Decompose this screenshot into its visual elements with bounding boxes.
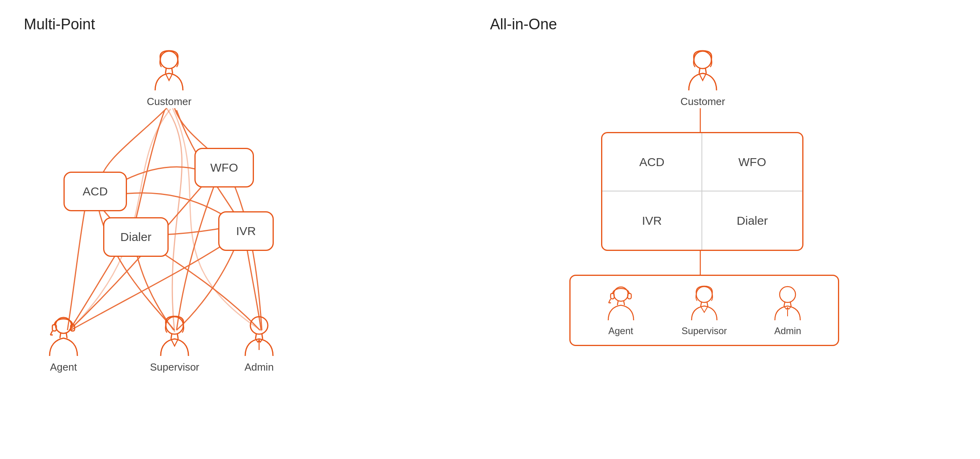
allinone-title: All-in-One [490,16,956,33]
allinone-admin: Admin [772,285,803,337]
svg-line-14 [256,334,256,339]
admin-icon [241,314,277,358]
svg-point-0 [160,51,178,69]
multipoint-acd-box: ACD [63,172,127,211]
svg-line-12 [177,334,178,339]
svg-line-15 [262,334,263,339]
multipoint-diagram: Customer ACD WFO Dialer IVR [24,41,490,437]
allinone-agent: Agent [605,285,637,337]
svg-point-19 [694,51,711,69]
aio-admin-icon [772,285,803,322]
svg-point-32 [780,287,796,302]
allinone-dialer-cell: Dialer [702,191,802,250]
svg-line-20 [699,68,700,73]
aio-customer-icon [685,49,721,92]
svg-line-21 [705,68,706,73]
svg-point-29 [696,287,712,302]
allinone-agents-box: Agent Supervisor [569,275,839,346]
multipoint-dialer-box: Dialer [103,217,169,257]
multipoint-panel: Multi-Point [24,16,490,443]
multipoint-wfo-box: WFO [194,148,254,187]
svg-line-25 [609,299,611,303]
multipoint-customer: Customer [147,49,192,108]
svg-point-10 [166,317,183,334]
svg-line-11 [171,334,172,339]
svg-line-27 [617,301,618,305]
svg-line-2 [172,68,173,73]
allinone-ivr-cell: IVR [602,191,702,250]
svg-line-9 [66,333,67,338]
multipoint-supervisor: Supervisor [150,314,199,373]
multipoint-agent: Agent [46,314,81,373]
svg-rect-4 [52,325,56,331]
multipoint-title: Multi-Point [24,16,490,33]
svg-point-13 [250,317,268,334]
allinone-panel: All-in-One [490,16,956,443]
allinone-acd-cell: ACD [602,133,702,191]
allinone-customer: Customer [680,49,725,108]
aio-agent-icon [605,285,637,322]
multipoint-ivr-box: IVR [218,211,274,251]
allinone-supervisor: Supervisor [682,285,727,337]
svg-line-33 [784,302,785,306]
svg-line-28 [624,301,625,305]
allinone-grid: ACD WFO IVR Dialer [602,133,802,250]
svg-rect-5 [71,325,75,331]
svg-line-8 [60,333,61,338]
customer-icon [151,49,187,92]
allinone-grid-box: ACD WFO IVR Dialer [601,132,803,251]
main-container: Multi-Point [0,0,980,459]
multipoint-admin: Admin [241,314,277,373]
svg-line-31 [707,302,708,306]
aio-supervisor-icon [688,285,720,322]
allinone-diagram: Customer ACD WFO IVR Dialer [490,41,956,437]
svg-line-30 [701,302,701,306]
supervisor-icon [157,314,192,358]
allinone-wfo-cell: WFO [702,133,802,191]
svg-line-34 [790,302,791,306]
svg-line-1 [165,68,166,73]
agent-icon [46,314,81,358]
